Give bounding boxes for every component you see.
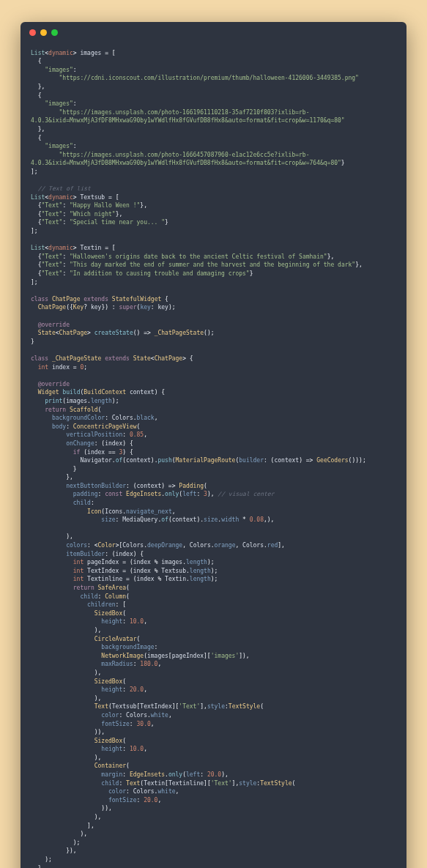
url-1: "https://cdni.iconscout.com/illustration… bbox=[59, 75, 359, 81]
textin-1: "Halloween's origins date back to the an… bbox=[70, 253, 327, 260]
url-3a: "https://images.unsplash.com/photo-16664… bbox=[59, 152, 310, 158]
maximize-icon[interactable] bbox=[51, 29, 58, 36]
textin-3: "In addition to causing trouble and dama… bbox=[70, 270, 250, 277]
key-images: "images" bbox=[45, 67, 73, 73]
url-2a: "https://images.unsplash.com/photo-16619… bbox=[59, 109, 310, 116]
url-3b: 4.0.3&ixid=MnwxMjA3fDB8MHxwaG90by1wYWdlf… bbox=[31, 160, 341, 166]
url-2b: 4.0.3&ixid=MnwxMjA3fDF8MHxwaG90by1wYWdlf… bbox=[31, 117, 345, 124]
close-icon[interactable] bbox=[29, 29, 36, 36]
textsub-1: "Happy Hallo Ween !" bbox=[70, 202, 140, 209]
code-window: List<dynamic> images = [ { "images": "ht… bbox=[21, 22, 406, 868]
override-annotation: @override bbox=[38, 322, 70, 328]
minimize-icon[interactable] bbox=[40, 29, 47, 36]
comment-textlist: // Text of list bbox=[38, 185, 91, 192]
textsub-2: "Which night" bbox=[70, 211, 116, 218]
textin-2: "This day marked the end of summer and t… bbox=[70, 261, 355, 268]
textsub-3: "Special time near you... " bbox=[70, 219, 165, 226]
key-images: "images" bbox=[45, 100, 73, 107]
code-block: List<dynamic> images = [ { "images": "ht… bbox=[21, 40, 406, 868]
key-images: "images" bbox=[45, 143, 73, 149]
comment-visual: // visual center bbox=[218, 491, 274, 497]
titlebar bbox=[21, 22, 406, 40]
